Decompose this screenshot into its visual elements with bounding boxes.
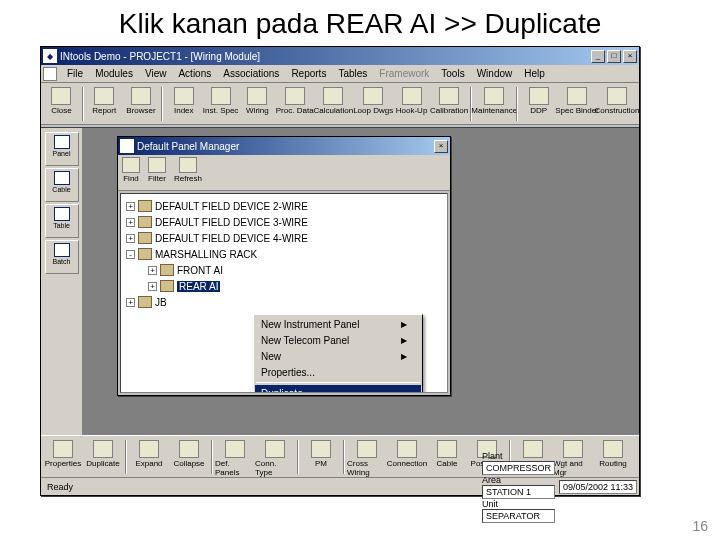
toolbar-report[interactable]: Report — [86, 85, 123, 115]
bottom-properties[interactable]: Properties — [43, 438, 83, 468]
toolbar-icon — [323, 87, 343, 105]
context-new-telecom-panel[interactable]: New Telecom Panel▶ — [255, 332, 421, 348]
bottom-collapse[interactable]: Collapse — [169, 438, 209, 468]
toolbar-label: Calibration — [430, 106, 468, 115]
toolbar-icon — [51, 87, 71, 105]
bottom-label: Properties — [45, 459, 81, 468]
toolbar-icon — [94, 87, 114, 105]
toolbar-icon — [439, 87, 459, 105]
menu-associations[interactable]: Associations — [217, 66, 285, 81]
rail-panel[interactable]: Panel — [45, 132, 79, 166]
menu-tools[interactable]: Tools — [435, 66, 470, 81]
toolbar-close[interactable]: Close — [43, 85, 80, 115]
bottom-icon — [311, 440, 331, 458]
bottom-def-panels[interactable]: Def. Panels — [215, 438, 255, 477]
toolbar-calculation[interactable]: Calculation — [314, 85, 354, 115]
bottom-routing[interactable]: Routing — [593, 438, 633, 468]
toolbar-ddp[interactable]: DDP — [520, 85, 557, 115]
expand-icon[interactable]: + — [126, 218, 135, 227]
menu-actions[interactable]: Actions — [172, 66, 217, 81]
tree-row[interactable]: -MARSHALLING RACK — [123, 246, 445, 262]
bottom-label: Expand — [135, 459, 162, 468]
toolbar-icon — [285, 87, 305, 105]
toolbar-loop-dwgs[interactable]: Loop Dwgs — [353, 85, 393, 115]
toolbar-proc-data[interactable]: Proc. Data — [276, 85, 314, 115]
rail-icon — [54, 171, 70, 185]
toolbar-icon — [567, 87, 587, 105]
panel-tool-refresh[interactable]: Refresh — [174, 157, 202, 183]
panel-tool-icon — [122, 157, 140, 173]
bottom-label: Cable — [437, 459, 458, 468]
app-window: ◆ INtools Demo - PROJECT1 - [Wiring Modu… — [40, 46, 640, 496]
menu-help[interactable]: Help — [518, 66, 551, 81]
tree-row[interactable]: +FRONT AI — [123, 262, 445, 278]
panel-tree[interactable]: +DEFAULT FIELD DEVICE 2-WIRE+DEFAULT FIE… — [120, 193, 448, 393]
menu-view[interactable]: View — [139, 66, 173, 81]
panel-toolbar: FindFilterRefresh — [118, 155, 450, 191]
status-value-area: STATION 1 — [482, 485, 555, 499]
bottom-cable[interactable]: Cable — [427, 438, 467, 468]
bottom-pm[interactable]: PM — [301, 438, 341, 468]
tree-row[interactable]: +DEFAULT FIELD DEVICE 2-WIRE — [123, 198, 445, 214]
toolbar-label: Browser — [126, 106, 155, 115]
menubar: FileModulesViewActionsAssociationsReport… — [41, 65, 639, 83]
tree-row[interactable]: +JB — [123, 294, 445, 310]
panel-tool-find[interactable]: Find — [122, 157, 140, 183]
page-number: 16 — [692, 518, 708, 534]
panel-close-button[interactable]: × — [434, 140, 448, 153]
rail-label: Batch — [53, 258, 71, 265]
expand-icon[interactable]: + — [126, 234, 135, 243]
bottom-conn-type[interactable]: Conn. Type — [255, 438, 295, 477]
bottom-duplicate[interactable]: Duplicate — [83, 438, 123, 468]
toolbar-index[interactable]: Index — [165, 85, 202, 115]
toolbar-icon — [607, 87, 627, 105]
expand-icon[interactable]: + — [148, 282, 157, 291]
toolbar-browser[interactable]: Browser — [123, 85, 160, 115]
panel-manager-titlebar: Default Panel Manager × — [118, 137, 450, 155]
panel-tool-filter[interactable]: Filter — [148, 157, 166, 183]
menu-tables[interactable]: Tables — [332, 66, 373, 81]
status-datetime: 09/05/2002 11:33 — [559, 480, 637, 494]
menu-reports[interactable]: Reports — [285, 66, 332, 81]
context-properties[interactable]: Properties... — [255, 364, 421, 380]
expand-icon[interactable]: + — [148, 266, 157, 275]
close-button[interactable]: × — [623, 50, 637, 63]
bottom-connection[interactable]: Connection — [387, 438, 427, 468]
left-rail: PanelCableTableBatch — [41, 128, 83, 435]
context-new[interactable]: New▶ — [255, 348, 421, 364]
bottom-expand[interactable]: Expand — [129, 438, 169, 468]
menu-file[interactable]: File — [61, 66, 89, 81]
toolbar-icon — [402, 87, 422, 105]
context-new-instrument-panel[interactable]: New Instrument Panel▶ — [255, 316, 421, 332]
tree-row[interactable]: +DEFAULT FIELD DEVICE 4-WIRE — [123, 230, 445, 246]
expand-icon[interactable]: + — [126, 298, 135, 307]
toolbar-icon — [211, 87, 231, 105]
bottom-wgt-and-mgr[interactable]: Wgt and Mgr — [553, 438, 593, 477]
expand-icon[interactable]: + — [126, 202, 135, 211]
submenu-arrow-icon: ▶ — [401, 352, 407, 361]
toolbar-wiring[interactable]: Wiring — [239, 85, 276, 115]
toolbar-maintenance[interactable]: Maintenance — [474, 85, 514, 115]
toolbar-label: Report — [92, 106, 116, 115]
toolbar-construction[interactable]: Construction — [597, 85, 637, 115]
toolbar-hook-up[interactable]: Hook-Up — [393, 85, 430, 115]
rail-cable[interactable]: Cable — [45, 168, 79, 202]
menu-window[interactable]: Window — [471, 66, 519, 81]
toolbar-inst-spec[interactable]: Inst. Spec — [202, 85, 239, 115]
toolbar-calibration[interactable]: Calibration — [430, 85, 468, 115]
toolbar-icon — [247, 87, 267, 105]
expand-icon[interactable]: - — [126, 250, 135, 259]
tree-row[interactable]: +DEFAULT FIELD DEVICE 3-WIRE — [123, 214, 445, 230]
minimize-button[interactable]: _ — [591, 50, 605, 63]
bottom-cross-wiring[interactable]: Cross Wiring — [347, 438, 387, 477]
menu-framework[interactable]: Framework — [373, 66, 435, 81]
rail-batch[interactable]: Batch — [45, 240, 79, 274]
panel-item-icon — [160, 280, 174, 292]
rail-table[interactable]: Table — [45, 204, 79, 238]
window-title: INtools Demo - PROJECT1 - [Wiring Module… — [60, 51, 591, 62]
toolbar-spec-binder[interactable]: Spec Binder — [557, 85, 597, 115]
menu-modules[interactable]: Modules — [89, 66, 139, 81]
maximize-button[interactable]: □ — [607, 50, 621, 63]
tree-row[interactable]: +REAR AI — [123, 278, 445, 294]
context-duplicate[interactable]: Duplicate... — [255, 385, 421, 393]
